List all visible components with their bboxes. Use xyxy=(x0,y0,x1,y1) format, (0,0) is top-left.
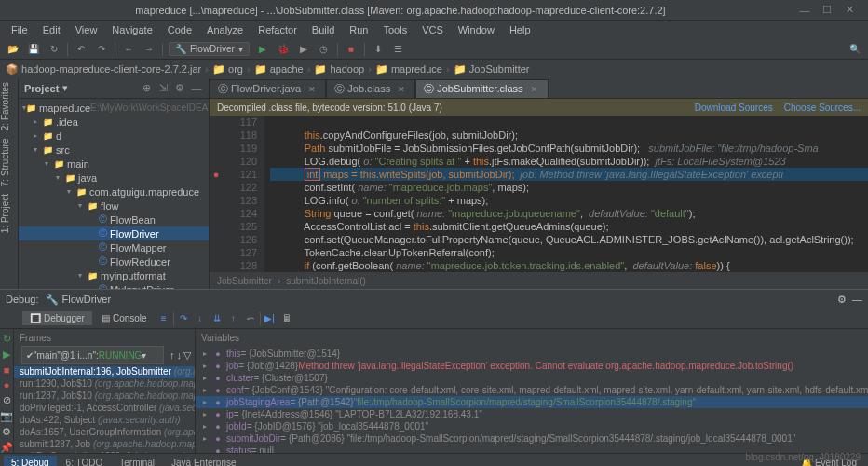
undo-icon[interactable]: ↶ xyxy=(74,42,88,57)
code-line[interactable]: LOG.info( o: "number of splits:" + maps)… xyxy=(270,194,868,207)
drop-frame-icon[interactable]: ⤺ xyxy=(243,311,258,326)
stop-debug-icon[interactable]: ■ xyxy=(4,364,10,376)
var-row[interactable]: ▸●conf = {JobConf@1543} "Configuration: … xyxy=(196,384,868,396)
run-to-cursor-icon[interactable]: ▶| xyxy=(263,311,278,326)
pin-icon[interactable]: 📌 xyxy=(0,442,13,453)
menu-help[interactable]: Help xyxy=(504,22,536,37)
vcs-icon[interactable]: ⬇ xyxy=(371,42,386,57)
editor-tab[interactable]: Ⓒ FlowDriver.java✕ xyxy=(210,79,326,98)
breadcrumb-item[interactable]: 📁 mapreduce xyxy=(375,63,442,75)
debug-gear-icon[interactable]: ⚙ xyxy=(837,294,847,306)
tree-item[interactable]: ▾📁src xyxy=(19,143,209,157)
menu-run[interactable]: Run xyxy=(344,22,373,37)
project-side-tab[interactable]: 1: Project xyxy=(0,194,17,233)
next-frame-icon[interactable]: ↓ xyxy=(177,350,183,361)
menu-file[interactable]: File xyxy=(6,22,34,37)
run-config-select[interactable]: 🔧 FlowDriver ▾ xyxy=(169,42,250,56)
minimize-icon[interactable]: — xyxy=(793,5,816,16)
prev-frame-icon[interactable]: ↑ xyxy=(170,350,175,361)
menu-refactor[interactable]: Refactor xyxy=(252,22,303,37)
menu-analyze[interactable]: Analyze xyxy=(201,22,249,37)
var-row[interactable]: ▸●ip = {Inet4Address@1546} "LAPTOP-B7L2L… xyxy=(196,408,868,420)
close-tab-icon[interactable]: ✕ xyxy=(308,85,316,94)
frame-row[interactable]: doAs:422, Subject (javax.security.auth) xyxy=(14,415,195,427)
step-into-icon[interactable]: ↓ xyxy=(193,311,208,326)
code-line[interactable]: AccessControlList acl = this.submitClien… xyxy=(270,220,868,233)
step-over-icon[interactable]: ↷ xyxy=(176,311,191,326)
close-tab-icon[interactable]: ✕ xyxy=(531,85,538,94)
code-line[interactable] xyxy=(270,116,868,129)
code-line[interactable]: conf.setInt( name: "mapreduce.job.maps",… xyxy=(270,181,868,194)
evaluate-icon[interactable]: 🖩 xyxy=(279,311,294,326)
frame-row[interactable]: submitJobInternal:196, JobSubmitter (org… xyxy=(14,366,195,378)
var-row[interactable]: ▸●jobId = {JobID@1576} "job_local3544487… xyxy=(196,420,868,432)
bottom-tab[interactable]: Java Enterprise xyxy=(164,456,243,466)
hide-icon[interactable]: — xyxy=(190,83,203,94)
stop-icon[interactable]: ■ xyxy=(344,42,359,57)
rerun-icon[interactable]: ↻ xyxy=(3,333,11,345)
crumb-method[interactable]: submitJobInternal() xyxy=(286,276,366,286)
editor-tab[interactable]: Ⓒ Job.class✕ xyxy=(326,79,415,98)
download-sources-link[interactable]: Download Sources xyxy=(695,103,773,113)
bottom-tab[interactable]: Terminal xyxy=(112,456,162,466)
menu-navigate[interactable]: Navigate xyxy=(106,22,157,37)
console-tab[interactable]: ▤ Console xyxy=(94,311,155,325)
settings-icon[interactable]: ⚙ xyxy=(2,426,11,438)
thread-select[interactable]: ✔ "main"@1 i...n": RUNNING ▾ xyxy=(21,346,164,364)
coverage-icon[interactable]: ▶ xyxy=(296,42,311,57)
menu-build[interactable]: Build xyxy=(306,22,340,37)
tree-item[interactable]: ⒸFlowDriver xyxy=(19,226,209,240)
code-line[interactable]: conf.set(QueueManager.toFullPropertyName… xyxy=(270,233,868,246)
close-tab-icon[interactable]: ✕ xyxy=(398,85,405,94)
collapse-icon[interactable]: ⇲ xyxy=(156,82,170,94)
debug-icon[interactable]: 🐞 xyxy=(276,42,291,57)
editor-tab[interactable]: Ⓒ JobSubmitter.class✕ xyxy=(415,79,548,98)
target-icon[interactable]: ⊕ xyxy=(140,82,153,94)
frame-row[interactable]: submit:1287, Job (org.apache.hadoop.mapr… xyxy=(14,439,195,451)
menu-window[interactable]: Window xyxy=(453,22,500,37)
open-icon[interactable]: 📂 xyxy=(6,42,20,57)
redo-icon[interactable]: ↷ xyxy=(94,42,109,57)
gear-icon[interactable]: ⚙ xyxy=(173,82,186,94)
filter-icon[interactable]: ▽ xyxy=(183,350,191,362)
tree-item[interactable]: ⒸFlowMapper xyxy=(19,240,209,254)
resume-icon[interactable]: ▶ xyxy=(3,349,10,361)
menu-vcs[interactable]: VCS xyxy=(416,22,449,37)
close-icon[interactable]: ✕ xyxy=(838,4,861,16)
mute-bp-icon[interactable]: ⊘ xyxy=(3,394,11,406)
structure-side-tab[interactable]: 7: Structure xyxy=(0,138,17,186)
frame-row[interactable]: waitForCompletion:1308, Job (org.apache.… xyxy=(14,451,195,453)
search-icon[interactable]: 🔍 xyxy=(848,42,862,57)
refresh-icon[interactable]: ↻ xyxy=(47,42,61,57)
code-line[interactable]: String queue = conf.get( name: "mapreduc… xyxy=(270,207,868,220)
tree-item[interactable]: ⒸFlowReducer xyxy=(19,254,209,268)
breadcrumb-item[interactable]: 📁 apache xyxy=(254,63,304,75)
tree-item[interactable]: ▸📁.idea xyxy=(19,115,209,129)
threads-icon[interactable]: ≡ xyxy=(156,311,171,326)
debug-hide-icon[interactable]: — xyxy=(852,294,862,306)
tree-item[interactable]: ▾📁java xyxy=(19,171,209,185)
var-row[interactable]: ▸●cluster = {Cluster@1507} xyxy=(196,372,868,384)
tree-item[interactable]: ▾📁mapreduce E:\MyWork\WorkSpaceIDEA\mapr… xyxy=(19,101,209,115)
breakpoints-icon[interactable]: ● xyxy=(4,379,10,391)
tree-item[interactable]: ▾📁myinputformat xyxy=(19,268,209,282)
menu-code[interactable]: Code xyxy=(162,22,197,37)
frame-row[interactable]: run:1287, Job$10 (org.apache.hadoop.mapr… xyxy=(14,391,195,403)
code-line[interactable]: LOG.debug( o: "Creating splits at " + th… xyxy=(270,155,868,168)
code-line[interactable]: TokenCache.cleanUpTokenReferral(conf); xyxy=(270,246,868,259)
forward-icon[interactable]: → xyxy=(142,42,156,57)
debugger-tab[interactable]: 🔳 Debugger xyxy=(22,311,92,325)
force-step-icon[interactable]: ⇊ xyxy=(210,311,224,326)
breadcrumb-item[interactable]: 📦 hadoop-mapreduce-client-core-2.7.2.jar xyxy=(6,63,201,75)
breadcrumb-item[interactable]: 📁 JobSubmitter xyxy=(454,63,530,75)
tree-item[interactable]: ▾📁com.atguigu.mapreduce xyxy=(19,185,209,199)
run-icon[interactable]: ▶ xyxy=(255,42,270,57)
tree-item[interactable]: ⒸFlowBean xyxy=(19,212,209,226)
code-line[interactable]: int maps = this.writeSplits(job, submitJ… xyxy=(270,168,868,181)
bottom-tab[interactable]: 6: TODO xyxy=(59,456,111,466)
step-out-icon[interactable]: ↑ xyxy=(226,311,241,326)
var-row[interactable]: ▸●this = {JobSubmitter@1514} xyxy=(196,348,868,360)
frame-row[interactable]: run:1290, Job$10 (org.apache.hadoop.mapr… xyxy=(14,378,195,391)
frame-row[interactable]: doPrivileged:-1, AccessController (java.… xyxy=(14,403,195,415)
breadcrumb-item[interactable]: 📁 org xyxy=(212,63,243,75)
